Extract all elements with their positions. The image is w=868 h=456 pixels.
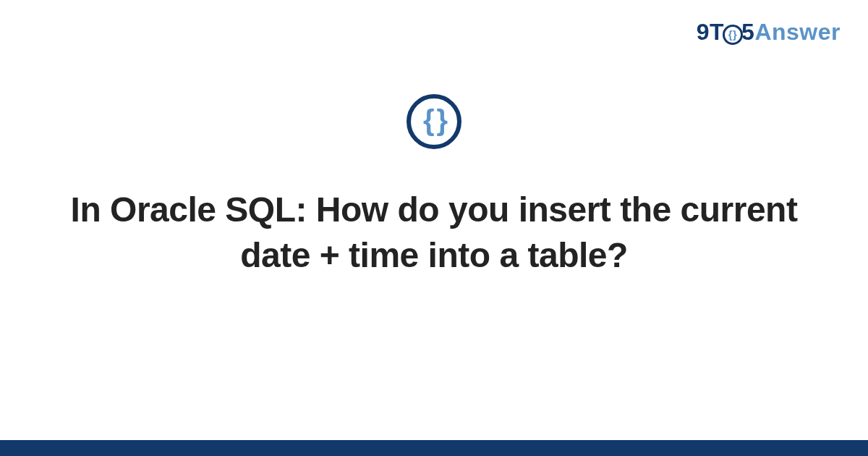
brand-text-5: 5 — [741, 19, 754, 45]
code-braces-glyph: { } — [423, 106, 445, 135]
brand-clock-icon: {} — [723, 25, 743, 45]
code-braces-icon: { } — [407, 94, 461, 149]
main-content: { } In Oracle SQL: How do you insert the… — [0, 94, 868, 279]
brand-text-answer: Answer — [754, 19, 841, 45]
brand-text-9t: 9T — [697, 19, 724, 45]
site-brand-logo: 9T{}5Answer — [697, 19, 841, 46]
footer-bar — [0, 440, 868, 456]
question-title: In Oracle SQL: How do you insert the cur… — [65, 187, 803, 279]
brand-clock-glyph: {} — [728, 28, 738, 41]
